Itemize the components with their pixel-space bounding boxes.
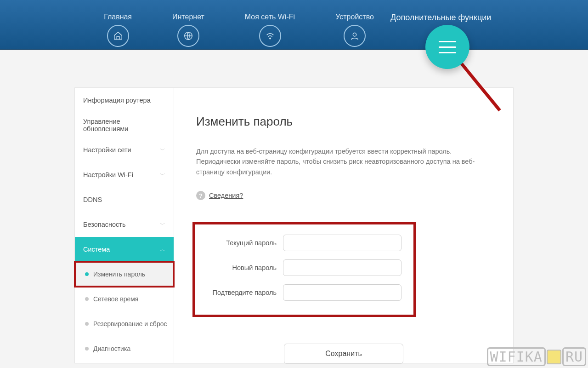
sidebar-item-ddns[interactable]: DDNS xyxy=(75,187,174,212)
sidebar-subitem-label: Диагностика xyxy=(93,345,130,352)
extra-functions-button[interactable] xyxy=(425,25,469,69)
nav-device[interactable]: Устройство xyxy=(335,13,374,47)
nav-wifi[interactable]: Моя сеть Wi-Fi xyxy=(245,13,295,47)
nav-home-label: Главная xyxy=(104,13,132,21)
sidebar-item-updates[interactable]: Управление обновлениями xyxy=(75,113,174,138)
globe-icon xyxy=(177,25,199,47)
content-area: Изменить пароль Для доступа на веб-стран… xyxy=(174,88,513,363)
nav-internet-label: Интернет xyxy=(172,13,204,21)
sidebar-item-security[interactable]: Безопасность ﹀ xyxy=(75,212,174,237)
sidebar-item-network-settings[interactable]: Настройки сети ﹀ xyxy=(75,138,174,162)
bullet-icon xyxy=(85,322,89,326)
bullet-icon xyxy=(85,297,89,301)
sidebar-subitem-label: Сетевое время xyxy=(93,295,138,303)
sidebar-subitem-network-time[interactable]: Сетевое время xyxy=(75,287,174,311)
sidebar-item-label: Информация роутера xyxy=(83,97,151,104)
main-card: Информация роутера Управление обновления… xyxy=(74,87,514,363)
save-button[interactable]: Сохранить xyxy=(284,344,403,364)
sidebar-item-label: Безопасность xyxy=(83,221,126,228)
nav-internet[interactable]: Интернет xyxy=(172,13,204,47)
confirm-password-input[interactable] xyxy=(283,284,401,301)
sidebar-item-label: DDNS xyxy=(83,196,102,203)
chevron-down-icon: ﹀ xyxy=(160,146,165,154)
chevron-down-icon: ﹀ xyxy=(160,221,165,229)
watermark-qr-icon xyxy=(547,350,561,364)
sidebar-item-label: Управление обновлениями xyxy=(83,118,165,132)
svg-point-1 xyxy=(269,38,270,39)
confirm-password-row: Подтвердите пароль xyxy=(195,284,413,301)
sidebar-item-router-info[interactable]: Информация роутера xyxy=(75,88,174,113)
question-icon: ? xyxy=(196,191,205,200)
new-password-row: Новый пароль xyxy=(195,259,413,276)
home-icon xyxy=(107,25,129,47)
chevron-up-icon: ︿ xyxy=(160,246,165,253)
new-password-input[interactable] xyxy=(283,259,401,276)
nav-extra-label: Дополнительные функции xyxy=(390,13,491,23)
sidebar-subitem-change-password[interactable]: Изменить пароль xyxy=(75,262,174,287)
current-password-row: Текущий пароль xyxy=(195,235,413,251)
info-link[interactable]: ? Сведения? xyxy=(196,191,491,200)
sidebar-item-wifi-settings[interactable]: Настройки Wi-Fi ﹀ xyxy=(75,162,174,187)
user-icon xyxy=(344,25,366,47)
top-bar: Главная Интернет Моя сеть Wi-Fi Устройст… xyxy=(0,0,588,50)
nav-home[interactable]: Главная xyxy=(104,13,132,47)
bullet-icon xyxy=(85,272,89,276)
nav-device-label: Устройство xyxy=(335,13,374,21)
sidebar-subitem-label: Изменить пароль xyxy=(93,270,145,278)
info-link-text[interactable]: Сведения? xyxy=(209,192,243,199)
nav-wifi-label: Моя сеть Wi-Fi xyxy=(245,13,295,21)
sidebar-subitem-label: Резервирование и сброс xyxy=(93,320,167,328)
watermark-text-2: RU xyxy=(562,347,586,366)
password-form: Текущий пароль Новый пароль Подтвердите … xyxy=(192,222,416,317)
confirm-password-label: Подтвердите пароль xyxy=(205,289,277,296)
page-title: Изменить пароль xyxy=(196,115,491,129)
menu-icon xyxy=(439,46,456,48)
bullet-icon xyxy=(85,347,89,351)
sidebar: Информация роутера Управление обновления… xyxy=(75,88,174,363)
sidebar-subitem-backup-reset[interactable]: Резервирование и сброс xyxy=(75,311,174,336)
current-password-label: Текущий пароль xyxy=(205,239,277,247)
chevron-down-icon: ﹀ xyxy=(160,171,165,179)
watermark-text-1: WIFIKA xyxy=(487,347,546,366)
sidebar-item-label: Настройки сети xyxy=(83,146,131,154)
wifi-icon xyxy=(259,25,281,47)
sidebar-subitem-diagnostics[interactable]: Диагностика xyxy=(75,336,174,361)
new-password-label: Новый пароль xyxy=(205,264,277,271)
sidebar-item-system[interactable]: Система ︿ xyxy=(75,237,174,262)
current-password-input[interactable] xyxy=(283,235,401,251)
watermark: WIFIKA RU xyxy=(487,347,587,366)
sidebar-item-label: Настройки Wi-Fi xyxy=(83,171,133,178)
page-description: Для доступа на веб-страницу конфигурации… xyxy=(196,146,490,177)
svg-point-2 xyxy=(353,33,356,36)
sidebar-item-label: Система xyxy=(83,246,110,253)
